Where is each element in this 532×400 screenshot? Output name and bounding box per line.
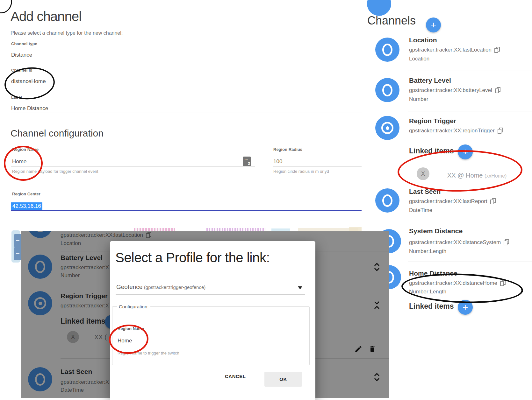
channel-icon: [28, 291, 52, 315]
channel-uid: gpstracker:tracker:XX:lastReport: [409, 198, 487, 204]
circle-icon: [382, 194, 392, 207]
channel-type: Number: [61, 272, 80, 279]
region-radius-input[interactable]: 100: [273, 158, 282, 165]
channel-icon: [28, 231, 52, 238]
channel-title: Battery Level: [409, 77, 451, 84]
circle-icon: [35, 231, 45, 232]
channel-uid: gpstracker:tracker:XX:distanceHome: [409, 280, 497, 286]
circle-icon: [382, 44, 392, 56]
linked-items-label: Linked items: [409, 302, 454, 311]
unfold-less-icon[interactable]: [373, 301, 380, 309]
divider: [408, 220, 532, 220]
divider: [11, 86, 362, 86]
add-channel-page: Add channel Please select a channel type…: [0, 0, 532, 400]
edit-icon[interactable]: [354, 345, 363, 353]
copy-icon[interactable]: [500, 280, 505, 285]
add-linked-item-button[interactable]: +: [458, 300, 473, 315]
channel-type: DateTime: [409, 207, 432, 214]
add-channel-button[interactable]: +: [426, 18, 441, 32]
channel-uid: gpstracker:tracker:XX:lastLocation: [409, 47, 492, 53]
channel-uid-row: gpstracker:tracker:XX:distanceSystem: [409, 239, 508, 246]
minus-icon: [16, 253, 19, 254]
copy-icon[interactable]: [498, 128, 502, 133]
region-center-input[interactable]: 42.53,16.16: [11, 202, 42, 210]
channel-uid-row: gpstracker:tracker:XX:lastReport: [409, 198, 495, 205]
channel-icon: [28, 367, 52, 391]
location-channel-icon: [375, 38, 399, 62]
divider: [11, 113, 362, 113]
chevron-down-icon[interactable]: [298, 286, 302, 289]
copy-icon[interactable]: [495, 87, 500, 93]
channel-title: Home Distance: [409, 270, 457, 277]
channel-type-label: Channel type: [11, 41, 37, 46]
map-zoom-in-button[interactable]: [14, 234, 22, 247]
linked-items-label: Linked items: [61, 317, 105, 326]
cancel-button[interactable]: CANCEL: [223, 373, 248, 379]
linked-items-label: Linked items: [409, 147, 454, 155]
channel-icon: [28, 255, 52, 279]
channel-uid-row: gpstracker:tracker:XX:distanceHome: [409, 280, 505, 286]
channel-title: Battery Level: [61, 254, 103, 262]
unfold-more-icon[interactable]: [373, 263, 380, 271]
channel-icon: [367, 0, 391, 16]
divider: [408, 180, 532, 180]
artifact: [271, 228, 290, 231]
channel-title: Region Trigger: [409, 117, 456, 125]
copy-icon[interactable]: [504, 239, 508, 245]
divider: [117, 348, 189, 348]
channel-type: Number:Length: [409, 289, 446, 295]
channel-uid: gpstracker:tracker:X: [61, 264, 109, 271]
dialog-title: Select a Profile for the link:: [115, 250, 270, 265]
add-linked-item-button[interactable]: +: [458, 144, 473, 159]
region-radius-label: Region Radius: [273, 147, 302, 152]
circle-icon: [35, 261, 45, 273]
region-name-hint: Region name payload for trigger channel …: [12, 169, 98, 174]
artifact: [134, 228, 175, 231]
divider: [11, 60, 362, 60]
page-title: Add channel: [11, 9, 82, 24]
copy-icon[interactable]: [490, 198, 495, 204]
channel-title: Last Seen: [409, 188, 441, 195]
circle-icon: [382, 84, 392, 96]
region-trigger-channel-icon: [375, 116, 399, 140]
delete-icon[interactable]: [369, 345, 376, 353]
active-underline: [11, 210, 362, 211]
profile-select[interactable]: Geofence (gpstracker:trigger-geofence): [116, 284, 205, 291]
dialog-region-name-label: Region Name: [118, 326, 144, 331]
channel-uid: gpstracker:tracker:XX:batteryLevel: [409, 87, 492, 93]
divider: [408, 71, 532, 71]
channel-type: Number:Length: [409, 248, 446, 255]
channel-type: Location: [409, 56, 429, 62]
region-name-input[interactable]: Home: [12, 158, 26, 165]
channel-uid: gpstracker:tracker:XX:distanceSystem: [409, 239, 501, 245]
channel-title: System Distance: [409, 227, 463, 235]
linked-item-label: XX (: [94, 333, 107, 341]
profile-select-detail: (gpstracker:trigger-geofence): [144, 284, 205, 290]
section-title: Channel configuration: [11, 128, 104, 139]
copy-icon[interactable]: [494, 47, 499, 52]
channel-uid-row: gpstracker:tracker:XX:lastLocation: [61, 232, 151, 238]
ok-button[interactable]: OK: [264, 372, 302, 387]
artifact: [206, 228, 265, 231]
region-center-label: Region Center: [12, 192, 40, 196]
unfold-more-icon[interactable]: [373, 373, 380, 381]
page-subtitle: Please select a channel type for the new…: [11, 30, 123, 36]
copy-icon[interactable]: [146, 232, 151, 237]
keypad-icon[interactable]: ....3: [243, 157, 251, 166]
channel-id-input[interactable]: distanceHome: [11, 78, 46, 85]
configuration-fieldset: Configuration: Region Name Home Region n…: [112, 304, 310, 365]
dialog-region-name-input[interactable]: Home: [118, 338, 132, 344]
map-zoom-out-button[interactable]: [14, 247, 22, 260]
last-seen-channel-icon: [375, 188, 399, 213]
channel-uid-row: gpstracker:tracker:XX:regionTrigger: [409, 128, 502, 134]
channel-type-value[interactable]: Distance: [11, 52, 32, 58]
artifact: [349, 227, 362, 231]
linked-item-row[interactable]: XX @ Home (xxHome): [447, 172, 507, 179]
divider: [11, 166, 255, 167]
profile-dialog: Select a Profile for the link: Geofence …: [110, 241, 315, 400]
channels-heading: Channels: [367, 14, 416, 27]
linked-item-label: XX @ Home: [447, 172, 483, 179]
label-field-input[interactable]: Home Distance: [11, 105, 48, 112]
linked-item-sub: (xxHome): [485, 173, 507, 179]
channel-title: Last Seen: [61, 368, 92, 375]
